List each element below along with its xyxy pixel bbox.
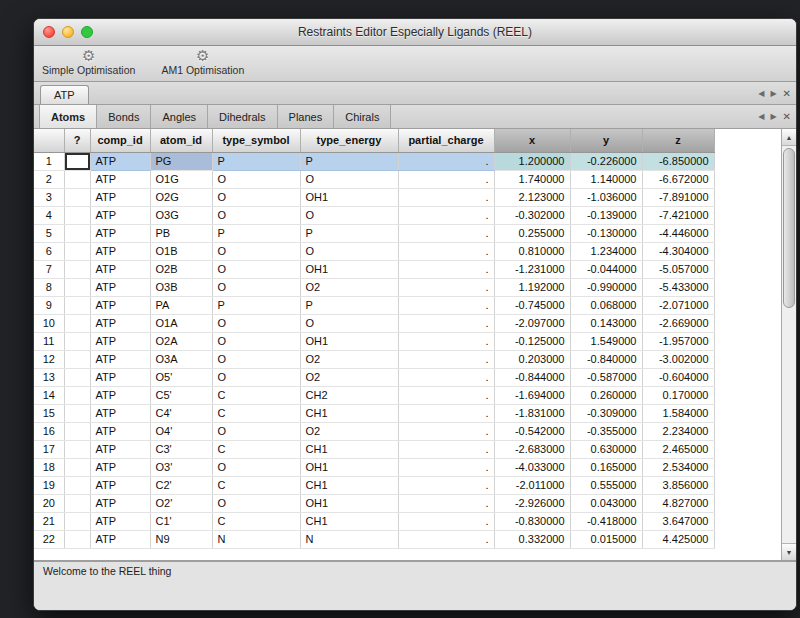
cell-z[interactable]: 2.234000 — [642, 422, 714, 440]
cell-z[interactable]: -7.421000 — [642, 206, 714, 224]
cell-z[interactable]: 4.425000 — [642, 530, 714, 548]
row-number-cell[interactable]: 3 — [34, 188, 64, 206]
cell-y[interactable]: -0.418000 — [570, 512, 642, 530]
row-number-cell[interactable]: 11 — [34, 332, 64, 350]
cell-flag[interactable] — [64, 494, 90, 512]
cell-type-symbol[interactable]: O — [212, 188, 300, 206]
cell-y[interactable]: 0.143000 — [570, 314, 642, 332]
cell-z[interactable]: 4.827000 — [642, 494, 714, 512]
tab-chirals[interactable]: Chirals — [334, 105, 391, 128]
cell-partial-charge[interactable]: . — [398, 278, 494, 296]
cell-type-energy[interactable]: O — [300, 170, 398, 188]
cell-flag[interactable] — [64, 530, 90, 548]
cell-comp-id[interactable]: ATP — [90, 494, 150, 512]
cell-type-energy[interactable]: OH1 — [300, 332, 398, 350]
row-number-cell[interactable]: 10 — [34, 314, 64, 332]
tab-scroll-right-icon[interactable]: ▶ — [770, 89, 776, 98]
column-header-x[interactable]: x — [494, 129, 570, 152]
cell-comp-id[interactable]: ATP — [90, 296, 150, 314]
column-header-y[interactable]: y — [570, 129, 642, 152]
cell-y[interactable]: 0.630000 — [570, 440, 642, 458]
tab-close-icon[interactable]: ✕ — [783, 111, 791, 122]
cell-type-symbol[interactable]: P — [212, 152, 300, 170]
cell-flag[interactable] — [64, 332, 90, 350]
cell-y[interactable]: 1.140000 — [570, 170, 642, 188]
tab-scroll-right-icon[interactable]: ▶ — [770, 112, 776, 121]
row-number-cell[interactable]: 8 — [34, 278, 64, 296]
cell-type-energy[interactable]: O2 — [300, 278, 398, 296]
cell-atom-id[interactable]: O2' — [150, 494, 212, 512]
cell-x[interactable]: -0.830000 — [494, 512, 570, 530]
row-number-cell[interactable]: 9 — [34, 296, 64, 314]
cell-type-symbol[interactable]: O — [212, 494, 300, 512]
cell-z[interactable]: 2.465000 — [642, 440, 714, 458]
cell-type-symbol[interactable]: O — [212, 242, 300, 260]
cell-comp-id[interactable]: ATP — [90, 530, 150, 548]
cell-comp-id[interactable]: ATP — [90, 152, 150, 170]
cell-atom-id[interactable]: O4' — [150, 422, 212, 440]
cell-type-energy[interactable]: CH2 — [300, 386, 398, 404]
row-number-cell[interactable]: 16 — [34, 422, 64, 440]
cell-y[interactable]: -0.139000 — [570, 206, 642, 224]
cell-flag[interactable] — [64, 278, 90, 296]
cell-x[interactable]: 1.200000 — [494, 152, 570, 170]
cell-type-energy[interactable]: P — [300, 224, 398, 242]
row-number-cell[interactable]: 15 — [34, 404, 64, 422]
cell-type-energy[interactable]: O — [300, 314, 398, 332]
cell-type-energy[interactable]: CH1 — [300, 440, 398, 458]
cell-type-symbol[interactable]: O — [212, 170, 300, 188]
cell-partial-charge[interactable]: . — [398, 296, 494, 314]
cell-flag[interactable] — [64, 206, 90, 224]
cell-comp-id[interactable]: ATP — [90, 422, 150, 440]
row-number-cell[interactable]: 2 — [34, 170, 64, 188]
cell-partial-charge[interactable]: . — [398, 350, 494, 368]
column-header-type-symbol[interactable]: type_symbol — [212, 129, 300, 152]
cell-x[interactable]: -2.683000 — [494, 440, 570, 458]
cell-x[interactable]: -0.844000 — [494, 368, 570, 386]
cell-x[interactable]: -1.694000 — [494, 386, 570, 404]
row-number-cell[interactable]: 12 — [34, 350, 64, 368]
cell-comp-id[interactable]: ATP — [90, 242, 150, 260]
cell-partial-charge[interactable]: . — [398, 476, 494, 494]
cell-type-energy[interactable]: CH1 — [300, 512, 398, 530]
cell-y[interactable]: 0.555000 — [570, 476, 642, 494]
cell-type-energy[interactable]: P — [300, 296, 398, 314]
row-number-cell[interactable]: 19 — [34, 476, 64, 494]
zoom-window-button[interactable] — [81, 26, 93, 38]
cell-x[interactable]: -2.926000 — [494, 494, 570, 512]
cell-atom-id[interactable]: O1B — [150, 242, 212, 260]
cell-y[interactable]: -0.990000 — [570, 278, 642, 296]
cell-flag[interactable] — [64, 260, 90, 278]
cell-type-symbol[interactable]: O — [212, 422, 300, 440]
cell-type-symbol[interactable]: C — [212, 512, 300, 530]
cell-x[interactable]: -2.011000 — [494, 476, 570, 494]
cell-z[interactable]: -5.433000 — [642, 278, 714, 296]
cell-y[interactable]: 0.068000 — [570, 296, 642, 314]
tab-scroll-left-icon[interactable]: ◀ — [758, 112, 764, 121]
cell-atom-id[interactable]: N9 — [150, 530, 212, 548]
cell-y[interactable]: 0.165000 — [570, 458, 642, 476]
cell-atom-id[interactable]: O1G — [150, 170, 212, 188]
cell-comp-id[interactable]: ATP — [90, 512, 150, 530]
cell-partial-charge[interactable]: . — [398, 260, 494, 278]
row-number-cell[interactable]: 5 — [34, 224, 64, 242]
cell-type-energy[interactable]: OH1 — [300, 260, 398, 278]
cell-x[interactable]: 0.203000 — [494, 350, 570, 368]
cell-atom-id[interactable]: O3B — [150, 278, 212, 296]
cell-z[interactable]: -4.446000 — [642, 224, 714, 242]
cell-z[interactable]: -5.057000 — [642, 260, 714, 278]
row-number-cell[interactable]: 20 — [34, 494, 64, 512]
cell-y[interactable]: 0.043000 — [570, 494, 642, 512]
cell-partial-charge[interactable]: . — [398, 332, 494, 350]
cell-type-symbol[interactable]: P — [212, 296, 300, 314]
cell-type-symbol[interactable]: O — [212, 332, 300, 350]
cell-type-symbol[interactable]: C — [212, 476, 300, 494]
cell-partial-charge[interactable]: . — [398, 494, 494, 512]
tab-close-icon[interactable]: ✕ — [783, 88, 791, 99]
cell-z[interactable]: -6.672000 — [642, 170, 714, 188]
scroll-down-icon[interactable]: ▼ — [782, 543, 796, 560]
cell-flag[interactable] — [64, 224, 90, 242]
cell-comp-id[interactable]: ATP — [90, 206, 150, 224]
tab-planes[interactable]: Planes — [278, 105, 335, 128]
column-header-z[interactable]: z — [642, 129, 714, 152]
